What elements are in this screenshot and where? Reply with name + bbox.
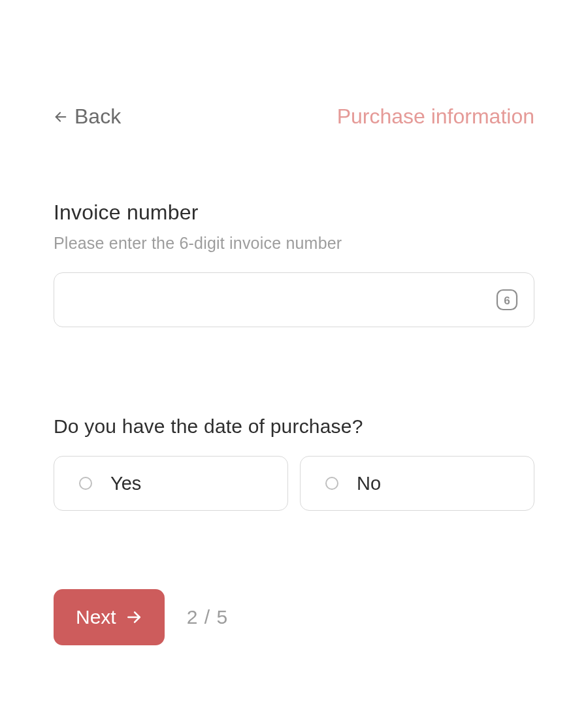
footer: Next 2 / 5 [54,589,534,645]
radio-icon [79,477,92,490]
invoice-label: Invoice number [54,201,534,225]
radio-group: Yes No [54,456,534,511]
next-label: Next [76,606,116,628]
radio-option-yes[interactable]: Yes [54,456,288,511]
digit-count-icon: 6 [495,288,519,312]
invoice-hint: Please enter the 6-digit invoice number [54,234,534,253]
invoice-input[interactable] [54,272,534,327]
date-question-label: Do you have the date of purchase? [54,415,534,438]
step-indicator: 2 / 5 [187,606,228,628]
arrow-left-icon [54,110,68,124]
form-container: Back Purchase information Invoice number… [0,0,588,645]
invoice-number-field: Invoice number Please enter the 6-digit … [54,201,534,327]
invoice-input-wrap: 6 [54,272,534,327]
radio-option-no[interactable]: No [300,456,534,511]
header: Back Purchase information [54,105,534,129]
radio-label-yes: Yes [110,473,141,494]
back-button[interactable]: Back [54,105,121,129]
back-label: Back [74,105,121,129]
radio-label-no: No [357,473,381,494]
radio-icon [325,477,338,490]
date-question-field: Do you have the date of purchase? Yes No [54,415,534,511]
svg-text:6: 6 [504,295,510,307]
step-title: Purchase information [337,105,534,129]
arrow-right-icon [125,609,142,626]
next-button[interactable]: Next [54,589,165,645]
